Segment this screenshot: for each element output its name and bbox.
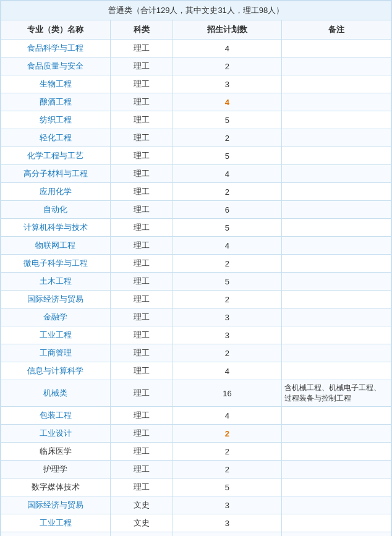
major-link[interactable]: 自动化 — [43, 205, 67, 214]
major-link[interactable]: 酿酒工程 — [40, 97, 72, 106]
cell-type: 文史 — [110, 514, 173, 532]
major-link[interactable]: 国际经济与贸易 — [27, 500, 83, 509]
cell-type: 理工 — [110, 291, 173, 308]
cell-type: 理工 — [110, 273, 173, 291]
cell-count: 2 — [173, 532, 282, 537]
major-link[interactable]: 国际经济与贸易 — [27, 294, 83, 304]
cell-type: 理工 — [110, 326, 173, 344]
major-link[interactable]: 微电子科学与工程 — [23, 258, 88, 268]
cell-note — [282, 219, 391, 237]
cell-major: 国际经济与贸易 — [1, 291, 111, 308]
cell-note — [282, 57, 391, 75]
cell-major: 纺织工程 — [1, 111, 111, 129]
table-row: 酿酒工程理工4 — [1, 93, 391, 111]
major-link[interactable]: 高分子材料与工程 — [23, 169, 88, 178]
cell-type: 理工 — [110, 165, 173, 183]
cell-major: 护理学 — [1, 461, 111, 479]
cell-note — [282, 273, 391, 291]
major-link[interactable]: 计算机科学与技术 — [23, 223, 88, 232]
cell-note — [282, 40, 391, 57]
major-link[interactable]: 土木工程 — [40, 276, 72, 286]
cell-note: 含机械工程、机械电子工程、过程装备与控制工程 — [282, 380, 391, 407]
table-row: 纺织工程理工5 — [1, 111, 391, 129]
table-row: 工业工程文史3 — [1, 514, 391, 532]
cell-note — [282, 75, 391, 93]
table-row: 信息与计算科学理工4 — [1, 362, 391, 380]
major-link[interactable]: 纺织工程 — [40, 115, 72, 124]
table-row: 机械类理工16含机械工程、机械电子工程、过程装备与控制工程 — [1, 380, 391, 407]
table-row: 数字媒体技术理工5 — [1, 479, 391, 496]
cell-major: 金融学 — [1, 308, 111, 326]
table-body: 食品科学与工程理工4食品质量与安全理工2生物工程理工3酿酒工程理工4纺织工程理工… — [1, 40, 391, 537]
major-link[interactable]: 食品科学与工程 — [27, 43, 83, 53]
table-row: 应用化学理工2 — [1, 183, 391, 201]
major-link[interactable]: 机械类 — [43, 388, 67, 398]
major-link[interactable]: 包装工程 — [40, 411, 72, 420]
cell-note — [282, 147, 391, 165]
cell-note — [282, 129, 391, 147]
table-row: 土木工程理工5 — [1, 273, 391, 291]
cell-major: 信息与计算科学 — [1, 362, 111, 380]
table-row: 工业设计理工2 — [1, 425, 391, 443]
table-row: 护理学理工2 — [1, 461, 391, 479]
cell-note — [282, 479, 391, 496]
cell-major: 应用化学 — [1, 183, 111, 201]
cell-count: 6 — [173, 201, 282, 219]
cell-major: 食品质量与安全 — [1, 57, 111, 75]
cell-major: 自动化 — [1, 201, 111, 219]
cell-type: 理工 — [110, 40, 173, 57]
cell-note — [282, 111, 391, 129]
cell-major: 工业工程 — [1, 514, 111, 532]
cell-major: 机械类 — [1, 380, 111, 407]
cell-count: 3 — [173, 308, 282, 326]
cell-type: 理工 — [110, 380, 173, 407]
table-row: 工商管理文史2 — [1, 532, 391, 537]
major-link[interactable]: 工业工程 — [40, 518, 72, 527]
cell-major: 化学工程与工艺 — [1, 147, 111, 165]
cell-note — [282, 237, 391, 255]
major-link[interactable]: 金融学 — [43, 312, 67, 321]
cell-type: 理工 — [110, 461, 173, 479]
cell-note — [282, 93, 391, 111]
major-link[interactable]: 工业设计 — [40, 428, 72, 438]
cell-major: 土木工程 — [1, 273, 111, 291]
cell-type: 理工 — [110, 111, 173, 129]
cell-count: 4 — [173, 407, 282, 425]
cell-major: 临床医学 — [1, 443, 111, 461]
table-row: 计算机科学与技术理工5 — [1, 219, 391, 237]
cell-major: 物联网工程 — [1, 237, 111, 255]
cell-count: 3 — [173, 75, 282, 93]
cell-count: 3 — [173, 496, 282, 514]
cell-count: 4 — [173, 93, 282, 111]
major-link[interactable]: 生物工程 — [40, 79, 72, 88]
cell-count: 2 — [173, 443, 282, 461]
major-link[interactable]: 轻化工程 — [40, 133, 72, 142]
table-row: 食品科学与工程理工4 — [1, 40, 391, 57]
cell-count: 2 — [173, 255, 282, 273]
cell-major: 轻化工程 — [1, 129, 111, 147]
table-row: 自动化理工6 — [1, 201, 391, 219]
major-link[interactable]: 应用化学 — [40, 187, 72, 196]
major-link[interactable]: 物联网工程 — [35, 240, 75, 250]
cell-count: 4 — [173, 165, 282, 183]
major-link[interactable]: 化学工程与工艺 — [27, 151, 83, 160]
table-row: 国际经济与贸易理工2 — [1, 291, 391, 308]
main-container: 普通类（合计129人，其中文史31人，理工98人） 专业（类）名称 科类 招生计… — [0, 0, 392, 536]
cell-note — [282, 326, 391, 344]
cell-count: 2 — [173, 57, 282, 75]
cell-type: 理工 — [110, 129, 173, 147]
cell-major: 酿酒工程 — [1, 93, 111, 111]
cell-type: 理工 — [110, 344, 173, 362]
table-row: 生物工程理工3 — [1, 75, 391, 93]
cell-note — [282, 461, 391, 479]
cell-note — [282, 425, 391, 443]
cell-type: 理工 — [110, 443, 173, 461]
major-link[interactable]: 信息与计算科学 — [27, 366, 83, 375]
major-link[interactable]: 食品质量与安全 — [27, 61, 83, 70]
cell-count: 5 — [173, 111, 282, 129]
major-link[interactable]: 工商管理 — [40, 348, 72, 357]
cell-major: 高分子材料与工程 — [1, 165, 111, 183]
enrollment-table: 普通类（合计129人，其中文史31人，理工98人） 专业（类）名称 科类 招生计… — [1, 1, 391, 536]
cell-type: 理工 — [110, 75, 173, 93]
major-link[interactable]: 工业工程 — [40, 330, 72, 339]
